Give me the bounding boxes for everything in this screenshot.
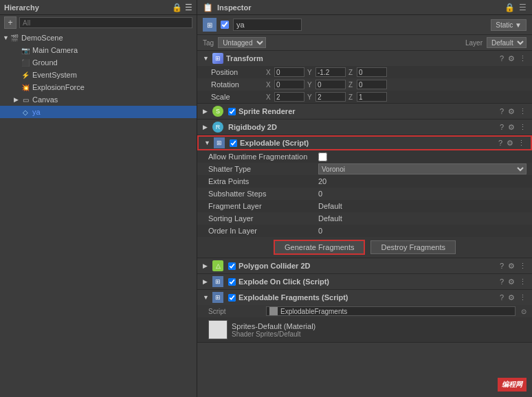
dots-icon[interactable]: ⋮ (519, 277, 527, 286)
rotation-x-input[interactable] (274, 80, 304, 89)
position-x-input[interactable] (274, 67, 304, 77)
sprite-renderer-right-icons: ? ⚙ ⋮ (500, 107, 527, 116)
settings-icon[interactable]: ⚙ (508, 54, 515, 63)
shatter-type-select[interactable]: Voronoi Delaunay (318, 163, 527, 174)
force-icon: 💥 (21, 82, 30, 92)
gameobject-name-input[interactable] (233, 19, 302, 31)
help-icon[interactable]: ? (500, 262, 504, 270)
tree-item-ya[interactable]: ◇ ya (0, 106, 197, 118)
rigidbody2d-name: Rigidbody 2D (228, 123, 497, 131)
generate-fragments-button[interactable]: Generate Fragments (274, 240, 366, 255)
extra-points-row: Extra Points 20 (197, 175, 532, 188)
fragment-layer-value: Default (318, 202, 527, 210)
transform-component: ▼ ⊞ Transform ? ⚙ ⋮ Position X Y Z Rotat… (197, 51, 532, 104)
explodable-header[interactable]: ▼ ⊞ Explodable (Script) ? ⚙ ⋮ (197, 135, 532, 150)
fragment-layer-row: Fragment Layer Default (197, 200, 532, 212)
scene-icon: 🎬 (10, 33, 19, 43)
help-icon[interactable]: ? (500, 54, 504, 63)
add-button[interactable]: + (4, 16, 16, 29)
sorting-layer-row: Sorting Layer Default (197, 212, 532, 225)
hierarchy-header: Hierarchy 🔒 ☰ (0, 0, 197, 15)
menu-inspector-icon[interactable]: ☰ (519, 3, 527, 12)
settings-icon[interactable]: ⚙ (508, 107, 515, 116)
dots-icon[interactable]: ⋮ (518, 139, 525, 148)
tree-item-canvas[interactable]: ▶ ▭ Canvas (0, 93, 197, 106)
dots-icon[interactable]: ⋮ (519, 107, 527, 116)
tree-item-demoscene[interactable]: ▼ 🎬 DemoScene (0, 32, 197, 44)
allow-runtime-checkbox[interactable] (318, 152, 327, 161)
terrain-icon: ⬛ (21, 58, 30, 67)
explode-on-click-header[interactable]: ▶ ⊞ Explode On Click (Script) ? ⚙ ⋮ (197, 274, 532, 289)
scale-row: Scale X Y Z (197, 91, 532, 103)
position-xyz: X Y Z (266, 67, 527, 77)
canvas-icon: ▭ (21, 95, 30, 104)
tree-item-ground[interactable]: ⬛ Ground (0, 56, 197, 69)
rigidbody-icon: R (212, 122, 223, 133)
extra-points-label: Extra Points (208, 177, 318, 185)
settings-icon[interactable]: ⚙ (507, 139, 513, 148)
explodeonclick-icon: ⊞ (212, 276, 223, 287)
collider-checkbox[interactable] (228, 262, 236, 270)
arrow-icon: ▶ (14, 96, 21, 103)
tag-label: Tag (203, 39, 214, 47)
dots-icon[interactable]: ⋮ (519, 262, 527, 271)
order-in-layer-label: Order In Layer (208, 227, 318, 235)
material-name: Sprites-Default (Material) (232, 322, 315, 330)
subshatter-value: 0 (318, 190, 527, 198)
dots-icon[interactable]: ⋮ (519, 54, 527, 63)
help-icon[interactable]: ? (500, 293, 504, 302)
polygon-collider-header[interactable]: ▶ △ Polygon Collider 2D ? ⚙ ⋮ (197, 258, 532, 273)
help-icon[interactable]: ? (500, 277, 504, 286)
x-label: X (266, 69, 273, 76)
rigidbody2d-header[interactable]: ▶ R Rigidbody 2D ? ⚙ ⋮ (197, 120, 532, 135)
sprite-renderer-header[interactable]: ▶ S Sprite Renderer ? ⚙ ⋮ (197, 104, 532, 119)
menu-icon[interactable]: ☰ (185, 3, 192, 12)
gameobject-bar: ⊞ Static ▼ (197, 15, 532, 35)
explodable-fragments-header[interactable]: ▼ ⊞ Explodable Fragments (Script) ? ⚙ ⋮ (197, 290, 532, 305)
scale-z-input[interactable] (357, 92, 387, 102)
help-icon[interactable]: ? (498, 139, 502, 147)
transform-header[interactable]: ▼ ⊞ Transform ? ⚙ ⋮ (197, 51, 532, 66)
sprite-renderer-checkbox[interactable] (228, 108, 236, 115)
settings-icon[interactable]: ⚙ (508, 262, 515, 271)
hierarchy-panel: Hierarchy 🔒 ☰ + ▼ 🎬 DemoScene 📷 Main Cam… (0, 0, 197, 397)
position-label: Position (211, 68, 266, 76)
settings-icon[interactable]: ⚙ (508, 123, 515, 132)
scale-x-input[interactable] (274, 92, 304, 102)
script-link-icon[interactable]: ⊙ (521, 308, 527, 315)
fragments-checkbox[interactable] (228, 294, 236, 302)
settings-icon[interactable]: ⚙ (508, 293, 515, 302)
destroy-fragments-button[interactable]: Destroy Fragments (370, 240, 456, 254)
lock-inspector-icon[interactable]: 🔒 (505, 3, 515, 12)
fragment-buttons-row: Generate Fragments Destroy Fragments (197, 237, 532, 258)
subshatter-row: Subshatter Steps 0 (197, 188, 532, 200)
explodeonclick-checkbox[interactable] (228, 278, 236, 286)
layer-select[interactable]: Default (487, 37, 527, 48)
position-z-input[interactable] (357, 67, 387, 77)
polygon-collider-component: ▶ △ Polygon Collider 2D ? ⚙ ⋮ (197, 258, 532, 274)
camera-icon: 📷 (21, 45, 30, 55)
inspector-content: ⊞ Static ▼ Tag Untagged Layer Default ▼ … (197, 15, 532, 397)
scale-y-input[interactable] (315, 92, 346, 102)
explodable-checkbox[interactable] (230, 139, 237, 147)
extra-points-value: 20 (318, 177, 527, 185)
tree-item-explosionforce[interactable]: 💥 ExplosionForce (0, 81, 197, 93)
settings-icon[interactable]: ⚙ (508, 277, 515, 286)
tag-select[interactable]: Untagged (218, 37, 266, 48)
gameobject-active-checkbox[interactable] (221, 21, 229, 29)
tree-item-main-camera[interactable]: 📷 Main Camera (0, 44, 197, 56)
dots-icon[interactable]: ⋮ (519, 293, 527, 302)
gameobject-icon: ⊞ (203, 18, 217, 32)
hierarchy-title: Hierarchy (4, 3, 39, 12)
explodable-icon: ⊞ (214, 137, 225, 148)
dots-icon[interactable]: ⋮ (519, 123, 527, 132)
help-icon[interactable]: ? (500, 107, 504, 115)
rotation-z-input[interactable] (357, 80, 387, 89)
lock-icon[interactable]: 🔒 (172, 3, 182, 12)
search-input[interactable] (19, 17, 192, 28)
position-y-input[interactable] (315, 67, 346, 77)
tree-item-eventsystem[interactable]: ⚡ EventSystem (0, 69, 197, 81)
rotation-y-input[interactable] (315, 80, 346, 89)
help-icon[interactable]: ? (500, 123, 504, 131)
static-button[interactable]: Static ▼ (491, 19, 527, 31)
